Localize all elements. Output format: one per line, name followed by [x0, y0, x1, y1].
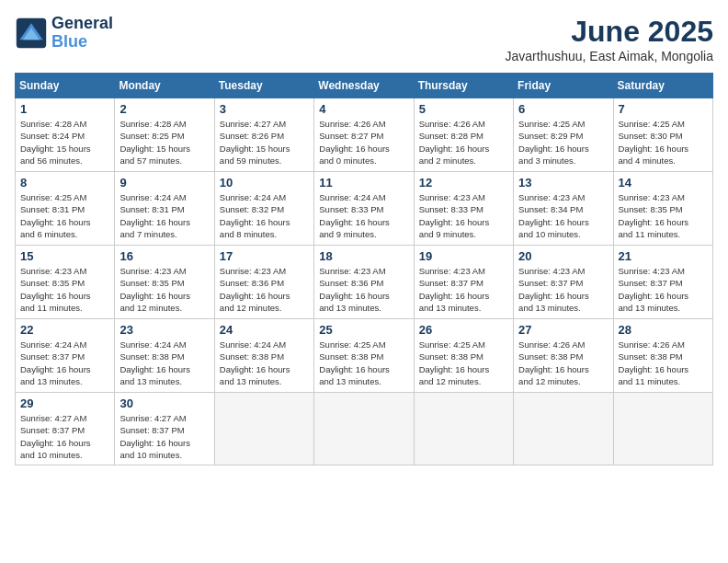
day-header-saturday: Saturday — [613, 74, 712, 98]
day-header-monday: Monday — [115, 74, 214, 98]
calendar-day-cell: 12Sunrise: 4:23 AM Sunset: 8:33 PM Dayli… — [414, 172, 513, 246]
calendar-day-cell: 9Sunrise: 4:24 AM Sunset: 8:31 PM Daylig… — [115, 172, 214, 246]
calendar-day-cell: 5Sunrise: 4:26 AM Sunset: 8:28 PM Daylig… — [414, 98, 513, 172]
day-number: 10 — [220, 176, 309, 190]
day-number: 14 — [619, 176, 708, 190]
day-info: Sunrise: 4:25 AM Sunset: 8:31 PM Dayligh… — [20, 191, 109, 240]
calendar-day-cell: 25Sunrise: 4:25 AM Sunset: 8:38 PM Dayli… — [314, 319, 414, 393]
calendar-day-cell: 4Sunrise: 4:26 AM Sunset: 8:27 PM Daylig… — [314, 98, 414, 172]
calendar-day-cell: 6Sunrise: 4:25 AM Sunset: 8:29 PM Daylig… — [514, 98, 613, 172]
calendar-day-cell: 20Sunrise: 4:23 AM Sunset: 8:37 PM Dayli… — [514, 246, 613, 319]
day-info: Sunrise: 4:27 AM Sunset: 8:37 PM Dayligh… — [20, 412, 109, 461]
day-info: Sunrise: 4:23 AM Sunset: 8:35 PM Dayligh… — [119, 265, 209, 314]
day-number: 20 — [518, 249, 608, 263]
calendar-day-cell: 14Sunrise: 4:23 AM Sunset: 8:35 PM Dayli… — [613, 172, 712, 246]
page-header: General Blue June 2025 Javarthushuu, Eas… — [15, 15, 713, 63]
day-info: Sunrise: 4:25 AM Sunset: 8:38 PM Dayligh… — [419, 339, 508, 387]
calendar-day-cell — [414, 393, 513, 465]
calendar-day-cell: 16Sunrise: 4:23 AM Sunset: 8:35 PM Dayli… — [115, 246, 214, 319]
day-info: Sunrise: 4:24 AM Sunset: 8:38 PM Dayligh… — [220, 339, 309, 387]
day-info: Sunrise: 4:23 AM Sunset: 8:36 PM Dayligh… — [220, 265, 309, 314]
day-number: 5 — [419, 102, 508, 116]
day-number: 28 — [619, 323, 708, 337]
calendar-table: SundayMondayTuesdayWednesdayThursdayFrid… — [15, 73, 713, 465]
day-number: 19 — [419, 249, 508, 263]
day-info: Sunrise: 4:26 AM Sunset: 8:38 PM Dayligh… — [518, 339, 608, 387]
logo-icon — [15, 17, 48, 50]
day-number: 3 — [220, 102, 309, 116]
calendar-day-cell: 15Sunrise: 4:23 AM Sunset: 8:35 PM Dayli… — [16, 246, 115, 319]
calendar-day-cell — [613, 393, 712, 465]
day-info: Sunrise: 4:23 AM Sunset: 8:33 PM Dayligh… — [419, 191, 508, 240]
day-number: 25 — [319, 323, 408, 337]
day-number: 7 — [619, 102, 708, 116]
calendar-week-row: 15Sunrise: 4:23 AM Sunset: 8:35 PM Dayli… — [16, 246, 713, 319]
calendar-week-row: 29Sunrise: 4:27 AM Sunset: 8:37 PM Dayli… — [16, 393, 713, 465]
calendar-day-cell: 24Sunrise: 4:24 AM Sunset: 8:38 PM Dayli… — [214, 319, 313, 393]
day-info: Sunrise: 4:24 AM Sunset: 8:31 PM Dayligh… — [119, 191, 209, 240]
day-number: 29 — [20, 396, 109, 410]
calendar-day-cell: 17Sunrise: 4:23 AM Sunset: 8:36 PM Dayli… — [214, 246, 313, 319]
day-number: 22 — [20, 323, 109, 337]
day-number: 21 — [619, 249, 708, 263]
calendar-day-cell: 22Sunrise: 4:24 AM Sunset: 8:37 PM Dayli… — [16, 319, 115, 393]
day-number: 1 — [20, 102, 109, 116]
day-header-thursday: Thursday — [414, 74, 513, 98]
day-info: Sunrise: 4:25 AM Sunset: 8:30 PM Dayligh… — [619, 118, 708, 167]
calendar-day-cell: 7Sunrise: 4:25 AM Sunset: 8:30 PM Daylig… — [613, 98, 712, 172]
day-info: Sunrise: 4:24 AM Sunset: 8:37 PM Dayligh… — [20, 339, 109, 387]
calendar-day-cell: 3Sunrise: 4:27 AM Sunset: 8:26 PM Daylig… — [214, 98, 313, 172]
day-info: Sunrise: 4:23 AM Sunset: 8:36 PM Dayligh… — [319, 265, 408, 314]
day-info: Sunrise: 4:23 AM Sunset: 8:35 PM Dayligh… — [20, 265, 109, 314]
day-number: 16 — [119, 249, 209, 263]
day-number: 26 — [419, 323, 508, 337]
day-info: Sunrise: 4:26 AM Sunset: 8:27 PM Dayligh… — [319, 118, 408, 167]
day-header-friday: Friday — [514, 74, 613, 98]
day-number: 24 — [220, 323, 309, 337]
day-number: 8 — [20, 176, 109, 190]
day-info: Sunrise: 4:25 AM Sunset: 8:29 PM Dayligh… — [518, 118, 608, 167]
day-number: 11 — [319, 176, 408, 190]
calendar-day-cell: 8Sunrise: 4:25 AM Sunset: 8:31 PM Daylig… — [16, 172, 115, 246]
day-number: 30 — [119, 396, 209, 410]
calendar-day-cell: 23Sunrise: 4:24 AM Sunset: 8:38 PM Dayli… — [115, 319, 214, 393]
day-header-tuesday: Tuesday — [214, 74, 313, 98]
month-title: June 2025 — [506, 15, 713, 49]
day-info: Sunrise: 4:27 AM Sunset: 8:26 PM Dayligh… — [220, 118, 309, 167]
calendar-week-row: 8Sunrise: 4:25 AM Sunset: 8:31 PM Daylig… — [16, 172, 713, 246]
day-info: Sunrise: 4:28 AM Sunset: 8:25 PM Dayligh… — [119, 118, 209, 167]
calendar-day-cell: 2Sunrise: 4:28 AM Sunset: 8:25 PM Daylig… — [115, 98, 214, 172]
calendar-week-row: 22Sunrise: 4:24 AM Sunset: 8:37 PM Dayli… — [16, 319, 713, 393]
day-number: 2 — [119, 102, 209, 116]
calendar-day-cell: 26Sunrise: 4:25 AM Sunset: 8:38 PM Dayli… — [414, 319, 513, 393]
day-number: 13 — [518, 176, 608, 190]
day-number: 17 — [220, 249, 309, 263]
day-number: 4 — [319, 102, 408, 116]
day-info: Sunrise: 4:23 AM Sunset: 8:34 PM Dayligh… — [518, 191, 608, 240]
calendar-day-cell — [514, 393, 613, 465]
calendar-day-cell — [314, 393, 414, 465]
calendar-day-cell: 19Sunrise: 4:23 AM Sunset: 8:37 PM Dayli… — [414, 246, 513, 319]
day-info: Sunrise: 4:23 AM Sunset: 8:37 PM Dayligh… — [419, 265, 508, 314]
calendar-day-cell: 13Sunrise: 4:23 AM Sunset: 8:34 PM Dayli… — [514, 172, 613, 246]
day-info: Sunrise: 4:23 AM Sunset: 8:35 PM Dayligh… — [619, 191, 708, 240]
day-info: Sunrise: 4:27 AM Sunset: 8:37 PM Dayligh… — [119, 412, 209, 461]
day-number: 9 — [119, 176, 209, 190]
day-info: Sunrise: 4:25 AM Sunset: 8:38 PM Dayligh… — [319, 339, 408, 387]
calendar-day-cell: 21Sunrise: 4:23 AM Sunset: 8:37 PM Dayli… — [613, 246, 712, 319]
calendar-day-cell: 11Sunrise: 4:24 AM Sunset: 8:33 PM Dayli… — [314, 172, 414, 246]
logo-text: General Blue — [51, 15, 113, 52]
day-header-sunday: Sunday — [16, 74, 115, 98]
calendar-day-cell: 1Sunrise: 4:28 AM Sunset: 8:24 PM Daylig… — [16, 98, 115, 172]
calendar-day-cell: 30Sunrise: 4:27 AM Sunset: 8:37 PM Dayli… — [115, 393, 214, 465]
day-number: 23 — [119, 323, 209, 337]
day-header-wednesday: Wednesday — [314, 74, 414, 98]
day-info: Sunrise: 4:26 AM Sunset: 8:38 PM Dayligh… — [619, 339, 708, 387]
day-info: Sunrise: 4:24 AM Sunset: 8:32 PM Dayligh… — [220, 191, 309, 240]
calendar-week-row: 1Sunrise: 4:28 AM Sunset: 8:24 PM Daylig… — [16, 98, 713, 172]
calendar-day-cell: 29Sunrise: 4:27 AM Sunset: 8:37 PM Dayli… — [16, 393, 115, 465]
day-info: Sunrise: 4:23 AM Sunset: 8:37 PM Dayligh… — [619, 265, 708, 314]
day-number: 6 — [518, 102, 608, 116]
day-info: Sunrise: 4:26 AM Sunset: 8:28 PM Dayligh… — [419, 118, 508, 167]
day-number: 15 — [20, 249, 109, 263]
